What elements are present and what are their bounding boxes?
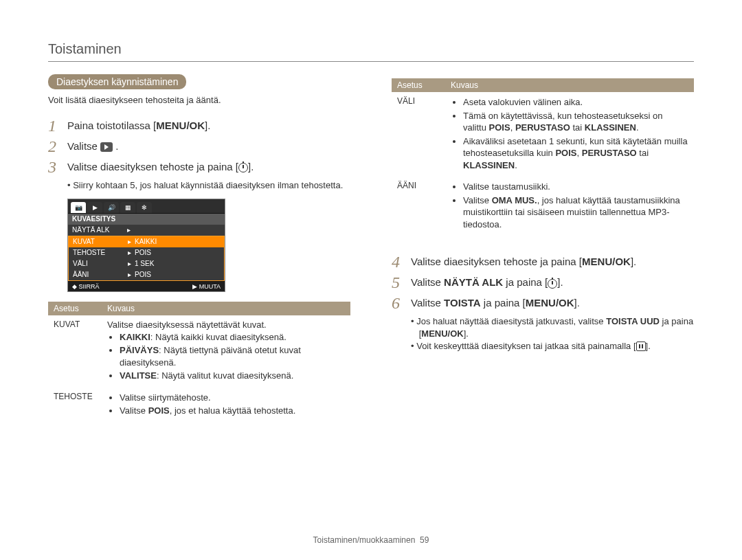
menu-row-kuvat: KUVAT▸KAIKKI — [69, 236, 224, 247]
camera-menu-screenshot: 📷 ▶ 🔊 ▦ ✻ KUVAESITYS NÄYTÄ ALK▸ KUVAT▸KA… — [67, 199, 225, 292]
rest: : Näytä kaikki kuvat diaesityksenä. — [150, 332, 286, 342]
txt: . — [636, 122, 639, 133]
list-item: Valitse OMA MUS., jos haluat käyttää tau… — [463, 194, 688, 231]
section-pill: Diaestyksen käynnistäminen — [48, 74, 186, 89]
step-number: 2 — [48, 138, 62, 155]
menu-tab-play-icon: ▶ — [87, 202, 102, 213]
left-column: Diaestyksen käynnistäminen Voit lisätä d… — [48, 74, 350, 423]
table-header-row: Asetus Kuvaus — [392, 78, 694, 92]
txt: , — [577, 148, 582, 158]
chevron-right-icon: ▸ — [128, 260, 135, 267]
txt: Valitse diaesityksen tehoste ja paina [ — [411, 256, 582, 267]
setting-name: TEHOSTE — [48, 388, 102, 423]
setting-name: KUVAT — [48, 315, 102, 388]
step-text: Valitse TOISTA ja paina [MENU/OK]. — [411, 297, 580, 311]
table-header-row: Asetus Kuvaus — [48, 302, 350, 315]
timer-icon — [238, 163, 248, 172]
bold: KLASSINEN — [463, 160, 515, 170]
menu-footer-right: ▶ MUUTA — [192, 283, 221, 290]
menu-footer-left: ◆ SIIRRÄ — [72, 283, 100, 290]
chevron-right-icon: ▸ — [127, 226, 134, 234]
menu-value: 1 SEK — [135, 260, 154, 267]
step-text-a: Valitse diaesityksen tehoste ja paina [ — [67, 161, 238, 172]
step-number: 5 — [392, 274, 405, 291]
step-text-a: Valitse — [67, 140, 100, 152]
step-4: 4 Valitse diaesityksen tehoste ja paina … — [392, 254, 694, 270]
table-row: VÄLI Aseta valokuvien välinen aika. Tämä… — [392, 92, 694, 177]
bold: PERUSTASO — [582, 148, 637, 158]
menu-footer-label: MUUTA — [199, 283, 221, 290]
table-header-setting: Asetus — [48, 302, 102, 315]
footer-page-number: 59 — [420, 535, 429, 545]
menu-label: ÄÄNI — [73, 271, 128, 278]
chevron-right-icon: ▸ — [128, 238, 135, 245]
txt: Valitse — [120, 405, 148, 416]
setting-desc: Aseta valokuvien välinen aika. Tämä on k… — [445, 92, 694, 177]
bold: TOISTA — [444, 297, 481, 309]
step-number: 1 — [48, 117, 62, 134]
list-item: Valitse siirtymätehoste. — [120, 392, 345, 404]
step-text: Valitse NÄYTÄ ALK ja paina []. — [411, 276, 563, 291]
note-bullet: Jos haluat näyttää diaesitystä jatkuvast… — [411, 315, 694, 339]
step-6: 6 Valitse TOISTA ja paina [MENU/OK]. — [392, 295, 694, 311]
timer-icon — [548, 279, 557, 289]
step-text-b: ]. — [248, 161, 254, 172]
note-bullet: Siirry kohtaan 5, jos haluat käynnistää … — [67, 179, 350, 192]
right-column: Asetus Kuvaus VÄLI Aseta valokuvien väli… — [392, 74, 694, 423]
txt: ]. — [646, 341, 651, 351]
bold: PERUSTASO — [515, 122, 570, 133]
txt: Valitse — [411, 297, 444, 309]
menu-tab-display-icon: ▦ — [120, 202, 135, 213]
step-3: 3 Valitse diaesityksen tehoste ja paina … — [48, 159, 350, 175]
txt: tai — [637, 148, 649, 158]
note-bullet: Voit keskeytttää diaesityksen tai jatkaa… — [411, 340, 694, 352]
menu-tabs-row: 📷 ▶ 🔊 ▦ ✻ — [68, 199, 225, 214]
step-number: 6 — [392, 295, 405, 311]
setting-desc: Valitse taustamusiikki. Valitse OMA MUS.… — [445, 177, 694, 236]
step-text-b: ]. — [205, 120, 210, 131]
menu-body: KUVAESITYS NÄYTÄ ALK▸ KUVAT▸KAIKKI TEHOS… — [68, 214, 225, 281]
menu-row-vali: VÄLI▸1 SEK — [69, 258, 224, 269]
txt: ]. — [557, 276, 563, 288]
bold: MENU/OK — [526, 297, 574, 309]
menu-highlighted-group: KUVAT▸KAIKKI TEHOSTE▸POIS VÄLI▸1 SEK ÄÄN… — [68, 236, 225, 281]
setting-name: ÄÄNI — [392, 177, 445, 236]
menu-footer-label: SIIRRÄ — [79, 283, 100, 290]
txt: ja paina [ — [503, 276, 548, 288]
menu-row-aani: ÄÄNI▸POIS — [69, 269, 224, 280]
step-text-a: Paina toistotilassa [ — [67, 120, 156, 131]
page-title: Toistaminen — [48, 41, 694, 62]
table-row: KUVAT Valitse diaesityksessä näytettävät… — [48, 315, 350, 388]
list-item: VALITSE: Näytä valitut kuvat diaesitykse… — [120, 370, 345, 382]
txt: ]. — [574, 297, 580, 309]
rest: : Näytä valitut kuvat diaesityksenä. — [157, 370, 293, 381]
bold: VALITSE — [120, 370, 157, 381]
list-item: KAIKKI: Näytä kaikki kuvat diaesityksenä… — [120, 331, 345, 344]
step-1: 1 Paina toistotilassa [MENU/OK]. — [48, 117, 350, 134]
txt: , jos et halua käyttää tehostetta. — [170, 405, 296, 416]
txt: Valitse — [411, 276, 444, 288]
txt: Valitse — [463, 195, 492, 205]
menu-label: VÄLI — [73, 260, 128, 267]
menu-label: NÄYTÄ ALK — [72, 226, 127, 234]
step-number: 3 — [48, 159, 62, 175]
footer-section: Toistaminen/muokkaaminen — [313, 535, 416, 545]
step-text: Valitse diaesityksen tehoste ja paina []… — [67, 161, 254, 175]
page-footer: Toistaminen/muokkaaminen 59 — [0, 535, 742, 545]
table-header-description: Kuvaus — [102, 302, 350, 315]
list-item: Valitse POIS, jos et halua käyttää tehos… — [120, 405, 345, 417]
bold: MENU/OK — [582, 256, 631, 267]
menu-row-start: NÄYTÄ ALK▸ — [68, 225, 225, 236]
intro-text: Voit lisätä diaesitykseen tehosteita ja … — [48, 95, 350, 105]
setting-desc: Valitse diaesityksessä näytettävät kuvat… — [102, 315, 350, 388]
step-text: Valitse . — [67, 140, 118, 155]
two-column-layout: Diaestyksen käynnistäminen Voit lisätä d… — [48, 74, 694, 423]
settings-table-right: Asetus Kuvaus VÄLI Aseta valokuvien väli… — [392, 78, 694, 236]
step-bold: MENU/OK — [156, 120, 205, 131]
menu-label: KUVAT — [73, 238, 128, 245]
step-text: Valitse diaesityksen tehoste ja paina [M… — [411, 256, 636, 270]
table-row: ÄÄNI Valitse taustamusiikki. Valitse OMA… — [392, 177, 694, 236]
bold: POIS — [555, 148, 576, 158]
desc-intro: Valitse diaesityksessä näytettävät kuvat… — [107, 320, 345, 330]
menu-footer: ◆ SIIRRÄ ▶ MUUTA — [68, 281, 225, 291]
